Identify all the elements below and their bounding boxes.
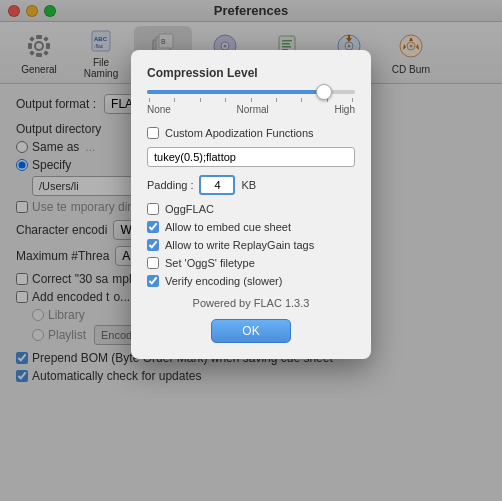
verify-row: Verify encoding (slower) [147, 275, 355, 287]
embed-cue-checkbox[interactable] [147, 221, 159, 233]
tick-9 [352, 98, 353, 102]
ogg-flac-row: OggFLAC [147, 203, 355, 215]
slider-fill [147, 90, 324, 94]
custom-apodization-label: Custom Apodization Functions [165, 127, 314, 139]
embed-cue-label: Allow to embed cue sheet [165, 221, 291, 233]
verify-label: Verify encoding (slower) [165, 275, 282, 287]
replay-gain-checkbox[interactable] [147, 239, 159, 251]
padding-label: Padding : [147, 179, 193, 191]
padding-row: Padding : KB [147, 175, 355, 195]
padding-input[interactable] [199, 175, 235, 195]
slider-labels: None Normal High [147, 104, 355, 115]
modal-dialog: Compression Level None Normal H [131, 50, 371, 359]
slider-label-high: High [334, 104, 355, 115]
tick-6 [276, 98, 277, 102]
tick-5 [251, 98, 252, 102]
embed-cue-row: Allow to embed cue sheet [147, 221, 355, 233]
ogg-flac-label: OggFLAC [165, 203, 214, 215]
slider-label-normal: Normal [237, 104, 269, 115]
set-oggs-checkbox[interactable] [147, 257, 159, 269]
apodization-field[interactable] [147, 147, 355, 167]
modal-title: Compression Level [147, 66, 355, 80]
ok-button[interactable]: OK [211, 319, 290, 343]
set-oggs-row: Set 'OggS' filetype [147, 257, 355, 269]
powered-by: Powered by FLAC 1.3.3 [147, 297, 355, 309]
tick-2 [174, 98, 175, 102]
tick-1 [149, 98, 150, 102]
tick-3 [200, 98, 201, 102]
slider-container: None Normal High [147, 90, 355, 115]
tick-4 [225, 98, 226, 102]
custom-apodization-row: Custom Apodization Functions [147, 127, 355, 139]
replay-gain-label: Allow to write ReplayGain tags [165, 239, 314, 251]
padding-unit: KB [241, 179, 256, 191]
replay-gain-row: Allow to write ReplayGain tags [147, 239, 355, 251]
slider-thumb[interactable] [316, 84, 332, 100]
slider-label-none: None [147, 104, 171, 115]
slider-track[interactable] [147, 90, 355, 94]
verify-checkbox[interactable] [147, 275, 159, 287]
custom-apodization-checkbox[interactable] [147, 127, 159, 139]
modal-overlay: Compression Level None Normal H [0, 0, 502, 501]
set-oggs-label: Set 'OggS' filetype [165, 257, 255, 269]
tick-7 [301, 98, 302, 102]
ogg-flac-checkbox[interactable] [147, 203, 159, 215]
